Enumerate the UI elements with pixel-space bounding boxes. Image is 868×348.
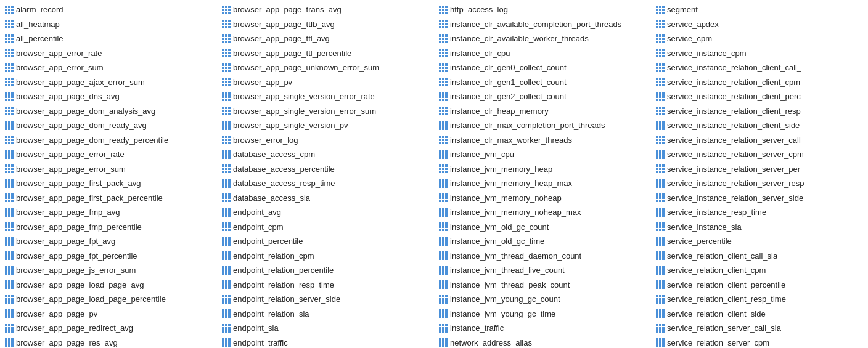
list-item[interactable]: service_instance_relation_client_perc xyxy=(653,89,866,104)
list-item[interactable]: endpoint_relation_sla xyxy=(219,307,432,322)
list-item[interactable]: service_instance_relation_client_cpm xyxy=(653,75,866,90)
list-item[interactable]: service_instance_relation_client_resp xyxy=(653,104,866,119)
list-item[interactable]: segment xyxy=(653,2,866,17)
list-item[interactable]: database_access_cpm xyxy=(219,147,432,162)
list-item[interactable]: instance_clr_max_worker_threads xyxy=(436,133,649,148)
list-item[interactable]: service_instance_relation_server_call xyxy=(653,133,866,148)
list-item[interactable]: endpoint_relation_cpm xyxy=(219,249,432,264)
list-item[interactable]: instance_jvm_thread_peak_count xyxy=(436,278,649,293)
list-item[interactable]: instance_jvm_thread_live_count xyxy=(436,263,649,278)
list-item[interactable]: instance_jvm_old_gc_count xyxy=(436,220,649,235)
list-item[interactable]: service_relation_client_percentile xyxy=(653,278,866,293)
list-item[interactable]: instance_clr_available_worker_threads xyxy=(436,31,649,46)
list-item[interactable]: instance_jvm_memory_heap xyxy=(436,162,649,177)
list-item[interactable]: browser_app_page_ttfb_avg xyxy=(219,17,432,32)
list-item[interactable]: browser_error_log xyxy=(219,133,432,148)
list-item[interactable]: service_relation_client_side xyxy=(653,307,866,322)
list-item[interactable]: instance_jvm_cpu xyxy=(436,147,649,162)
list-item[interactable]: browser_app_page_fpt_avg xyxy=(2,234,215,249)
list-item[interactable]: instance_clr_gen0_collect_count xyxy=(436,60,649,75)
list-item[interactable]: browser_app_page_load_page_percentile xyxy=(2,292,215,307)
list-item[interactable]: endpoint_cpm xyxy=(219,220,432,235)
list-item[interactable]: browser_app_page_js_error_sum xyxy=(2,263,215,278)
list-item[interactable]: service_instance_resp_time xyxy=(653,205,866,220)
list-item[interactable]: service_instance_sla xyxy=(653,220,866,235)
list-item[interactable]: instance_clr_cpu xyxy=(436,46,649,61)
list-item[interactable]: service_instance_relation_client_side xyxy=(653,118,866,133)
list-item[interactable]: service_instance_relation_server_per xyxy=(653,162,866,177)
list-item[interactable]: browser_app_page_fpt_percentile xyxy=(2,249,215,264)
item-label: browser_app_page_fmp_avg xyxy=(16,206,120,219)
list-item[interactable]: endpoint_traffic xyxy=(219,336,432,349)
list-item[interactable]: database_access_percentile xyxy=(219,162,432,177)
list-item[interactable]: instance_clr_max_completion_port_threads xyxy=(436,118,649,133)
list-item[interactable]: service_relation_client_resp_time xyxy=(653,292,866,307)
list-item[interactable]: alarm_record xyxy=(2,2,215,17)
list-item[interactable]: instance_clr_available_completion_port_t… xyxy=(436,17,649,32)
list-item[interactable]: all_heatmap xyxy=(2,17,215,32)
list-item[interactable]: service_instance_relation_server_resp xyxy=(653,176,866,191)
list-item[interactable]: endpoint_relation_server_side xyxy=(219,292,432,307)
list-item[interactable]: browser_app_page_pv xyxy=(2,307,215,322)
list-item[interactable]: instance_clr_heap_memory xyxy=(436,104,649,119)
list-item[interactable]: instance_jvm_memory_noheap_max xyxy=(436,205,649,220)
list-item[interactable]: service_percentile xyxy=(653,234,866,249)
list-item[interactable]: endpoint_percentile xyxy=(219,234,432,249)
list-item[interactable]: service_relation_server_cpm xyxy=(653,336,866,349)
list-item[interactable]: service_instance_relation_server_side xyxy=(653,191,866,206)
grid-table-icon xyxy=(439,63,448,72)
list-item[interactable]: database_access_sla xyxy=(219,191,432,206)
list-item[interactable]: browser_app_pv xyxy=(219,75,432,90)
list-item[interactable]: instance_jvm_thread_daemon_count xyxy=(436,249,649,264)
list-item[interactable]: instance_jvm_old_gc_time xyxy=(436,234,649,249)
list-item[interactable]: browser_app_page_load_page_avg xyxy=(2,278,215,293)
list-item[interactable]: browser_app_page_error_sum xyxy=(2,162,215,177)
column-1: alarm_recordall_heatmapall_percentilebro… xyxy=(0,2,217,348)
list-item[interactable]: browser_app_page_fmp_avg xyxy=(2,205,215,220)
list-item[interactable]: browser_app_page_dns_avg xyxy=(2,89,215,104)
list-item[interactable]: endpoint_relation_resp_time xyxy=(219,278,432,293)
list-item[interactable]: service_cpm xyxy=(653,31,866,46)
list-item[interactable]: instance_jvm_memory_heap_max xyxy=(436,176,649,191)
list-item[interactable]: browser_app_error_rate xyxy=(2,46,215,61)
list-item[interactable]: browser_app_page_ttl_avg xyxy=(219,31,432,46)
list-item[interactable]: browser_app_single_version_pv xyxy=(219,118,432,133)
list-item[interactable]: instance_jvm_memory_noheap xyxy=(436,191,649,206)
list-item[interactable]: service_relation_client_cpm xyxy=(653,263,866,278)
list-item[interactable]: database_access_resp_time xyxy=(219,176,432,191)
list-item[interactable]: service_instance_relation_server_cpm xyxy=(653,147,866,162)
list-item[interactable]: all_percentile xyxy=(2,31,215,46)
list-item[interactable]: service_apdex xyxy=(653,17,866,32)
list-item[interactable]: browser_app_page_fmp_percentile xyxy=(2,220,215,235)
list-item[interactable]: browser_app_page_dom_ready_avg xyxy=(2,118,215,133)
list-item[interactable]: network_address_alias xyxy=(436,336,649,349)
list-item[interactable]: browser_app_page_ttl_percentile xyxy=(219,46,432,61)
list-item[interactable]: browser_app_page_ajax_error_sum xyxy=(2,75,215,90)
list-item[interactable]: browser_app_page_dom_ready_percentile xyxy=(2,133,215,148)
list-item[interactable]: service_instance_relation_client_call_ xyxy=(653,60,866,75)
list-item[interactable]: http_access_log xyxy=(436,2,649,17)
list-item[interactable]: endpoint_relation_percentile xyxy=(219,263,432,278)
list-item[interactable]: browser_app_page_first_pack_percentile xyxy=(2,191,215,206)
list-item[interactable]: browser_app_page_trans_avg xyxy=(219,2,432,17)
list-item[interactable]: browser_app_single_version_error_rate xyxy=(219,89,432,104)
list-item[interactable]: service_instance_cpm xyxy=(653,46,866,61)
list-item[interactable]: browser_app_page_redirect_avg xyxy=(2,321,215,336)
list-item[interactable]: instance_clr_gen1_collect_count xyxy=(436,75,649,90)
list-item[interactable]: service_relation_client_call_sla xyxy=(653,249,866,264)
grid-table-icon xyxy=(656,20,665,28)
list-item[interactable]: endpoint_avg xyxy=(219,205,432,220)
list-item[interactable]: browser_app_page_res_avg xyxy=(2,336,215,349)
list-item[interactable]: browser_app_page_unknown_error_sum xyxy=(219,60,432,75)
list-item[interactable]: endpoint_sla xyxy=(219,321,432,336)
list-item[interactable]: instance_traffic xyxy=(436,321,649,336)
list-item[interactable]: browser_app_page_error_rate xyxy=(2,147,215,162)
list-item[interactable]: browser_app_error_sum xyxy=(2,60,215,75)
list-item[interactable]: instance_jvm_young_gc_time xyxy=(436,307,649,322)
list-item[interactable]: service_relation_server_call_sla xyxy=(653,321,866,336)
list-item[interactable]: instance_clr_gen2_collect_count xyxy=(436,89,649,104)
list-item[interactable]: instance_jvm_young_gc_count xyxy=(436,292,649,307)
list-item[interactable]: browser_app_page_first_pack_avg xyxy=(2,176,215,191)
list-item[interactable]: browser_app_page_dom_analysis_avg xyxy=(2,104,215,119)
list-item[interactable]: browser_app_single_version_error_sum xyxy=(219,104,432,119)
